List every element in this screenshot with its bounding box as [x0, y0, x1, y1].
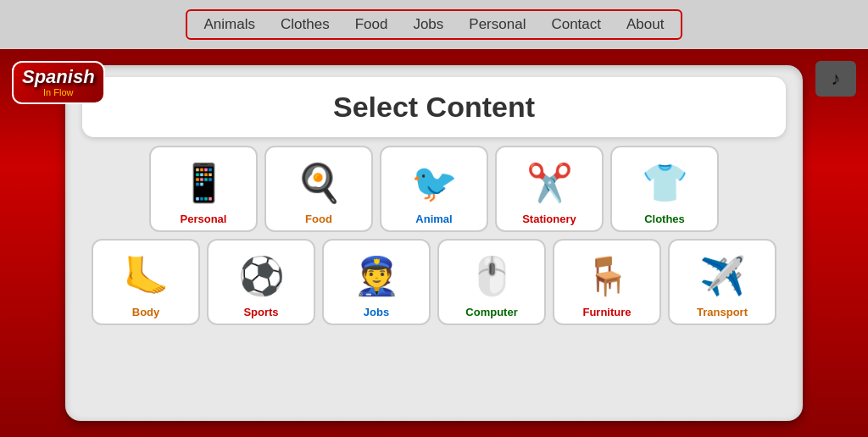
category-label-jobs: Jobs: [364, 306, 389, 318]
category-icon-food: 🍳: [266, 147, 371, 213]
category-icon-body: 🦶: [93, 241, 198, 306]
category-label-furniture: Furniture: [582, 306, 631, 318]
nav-item-animals[interactable]: Animals: [204, 16, 255, 33]
category-icon-transport: ✈️: [670, 241, 775, 306]
category-icon-jobs: 👮: [324, 241, 429, 306]
category-label-transport: Transport: [697, 306, 748, 318]
category-icon-clothes: 👕: [612, 147, 717, 213]
category-clothes[interactable]: 👕Clothes: [610, 146, 719, 232]
category-furniture[interactable]: 🪑Furniture: [553, 239, 661, 325]
nav-item-personal[interactable]: Personal: [469, 16, 526, 33]
category-personal[interactable]: 📱Personal: [149, 146, 258, 232]
logo-inflow-text: In Flow: [22, 87, 95, 97]
category-label-personal: Personal: [181, 213, 227, 225]
category-row-1: 📱Personal🍳Food🐦Animal✂️Stationery👕Clothe…: [82, 146, 786, 232]
category-food[interactable]: 🍳Food: [264, 146, 373, 232]
music-button[interactable]: ♪: [815, 61, 856, 97]
category-body[interactable]: 🦶Body: [92, 239, 200, 325]
category-transport[interactable]: ✈️Transport: [668, 239, 776, 325]
category-icon-furniture: 🪑: [554, 241, 659, 306]
category-icon-sports: ⚽: [209, 241, 314, 306]
category-label-food: Food: [305, 213, 332, 225]
category-label-animal: Animal: [415, 213, 452, 225]
nav-item-food[interactable]: Food: [355, 16, 388, 33]
nav-item-jobs[interactable]: Jobs: [413, 16, 443, 33]
category-label-stationery: Stationery: [522, 213, 576, 225]
app-area: Spanish In Flow ♪ Select Content 📱Person…: [0, 49, 868, 437]
category-label-computer: Computer: [465, 306, 517, 318]
nav-item-contact[interactable]: Contact: [551, 16, 601, 33]
category-icon-computer: 🖱️: [439, 241, 544, 306]
page-title: Select Content: [99, 91, 769, 124]
music-icon: ♪: [832, 68, 841, 90]
logo-spanish-text: Spanish: [22, 68, 95, 86]
category-label-body: Body: [132, 306, 160, 318]
category-animal[interactable]: 🐦Animal: [380, 146, 488, 232]
category-stationery[interactable]: ✂️Stationery: [495, 146, 604, 232]
nav-box: AnimalsClothesFoodJobsPersonalContactAbo…: [186, 9, 683, 40]
top-navigation: AnimalsClothesFoodJobsPersonalContactAbo…: [0, 0, 868, 49]
category-icon-personal: 📱: [151, 147, 256, 213]
content-panel: Select Content 📱Personal🍳Food🐦Animal✂️St…: [65, 65, 803, 421]
category-label-sports: Sports: [243, 306, 278, 318]
title-box: Select Content: [82, 77, 786, 137]
nav-item-clothes[interactable]: Clothes: [281, 16, 330, 33]
categories-grid: 📱Personal🍳Food🐦Animal✂️Stationery👕Clothe…: [82, 146, 786, 325]
nav-item-about[interactable]: About: [626, 16, 664, 33]
category-jobs[interactable]: 👮Jobs: [322, 239, 431, 325]
category-row-2: 🦶Body⚽Sports👮Jobs🖱️Computer🪑Furniture✈️T…: [82, 239, 786, 325]
category-icon-stationery: ✂️: [497, 147, 602, 213]
logo[interactable]: Spanish In Flow: [12, 61, 105, 104]
category-sports[interactable]: ⚽Sports: [207, 239, 315, 325]
category-label-clothes: Clothes: [644, 213, 685, 225]
category-icon-animal: 🐦: [381, 147, 487, 213]
category-computer[interactable]: 🖱️Computer: [437, 239, 546, 325]
